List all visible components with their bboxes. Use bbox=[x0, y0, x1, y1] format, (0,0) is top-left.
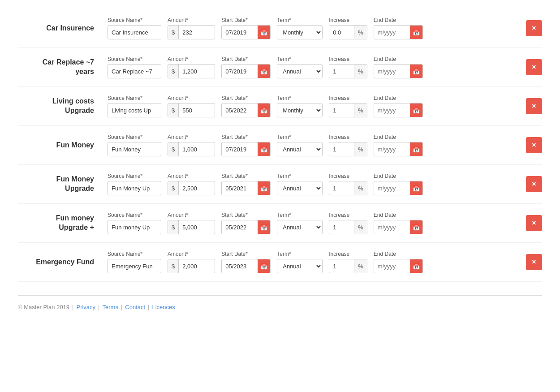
start-date-col-fun-money-upgrade: Start Date*📅 bbox=[221, 173, 271, 195]
end-date-cal-btn-emergency-fund[interactable]: 📅 bbox=[410, 259, 422, 273]
term-select-fun-money-upgrade[interactable]: MonthlyAnnualWeeklyFortnightlyQuarterlyS… bbox=[277, 181, 322, 195]
amount-input-emergency-fund[interactable] bbox=[179, 259, 215, 273]
increase-input-car-insurance[interactable] bbox=[329, 26, 354, 39]
source-name-input-emergency-fund[interactable] bbox=[108, 259, 161, 273]
source-name-input-fun-money-upgrade[interactable] bbox=[108, 181, 161, 195]
start-date-wrapper-car-replace: 📅 bbox=[221, 64, 271, 78]
delete-btn-fun-money-upgrade-plus[interactable]: × bbox=[526, 215, 542, 231]
fields-group-fun-money-upgrade-plus: Source Name*Amount*$Start Date*📅Term*Mon… bbox=[108, 212, 521, 234]
source-name-input-car-replace[interactable] bbox=[108, 64, 161, 78]
delete-btn-living-costs-upgrade[interactable]: × bbox=[526, 98, 542, 114]
term-select-car-replace[interactable]: MonthlyAnnualWeeklyFortnightlyQuarterlyS… bbox=[277, 65, 322, 78]
term-select-emergency-fund[interactable]: MonthlyAnnualWeeklyFortnightlyQuarterlyS… bbox=[277, 259, 322, 273]
start-date-input-fun-money-upgrade-plus[interactable] bbox=[222, 220, 258, 234]
term-label-car-insurance: Term* bbox=[277, 17, 323, 23]
source-name-input-fun-money-upgrade-plus[interactable] bbox=[108, 220, 161, 234]
start-date-input-emergency-fund[interactable] bbox=[222, 259, 258, 273]
start-date-cal-btn-emergency-fund[interactable]: 📅 bbox=[258, 259, 270, 273]
pct-sign-car-replace: % bbox=[354, 65, 367, 78]
footer-link-licences[interactable]: Licences bbox=[152, 304, 175, 310]
source-name-input-living-costs-upgrade[interactable] bbox=[108, 103, 161, 117]
start-date-cal-btn-living-costs-upgrade[interactable]: 📅 bbox=[258, 103, 270, 117]
start-date-label-fun-money: Start Date* bbox=[221, 134, 271, 140]
end-date-input-emergency-fund[interactable] bbox=[374, 259, 410, 273]
end-date-input-fun-money-upgrade-plus[interactable] bbox=[374, 220, 410, 234]
pct-sign-emergency-fund: % bbox=[354, 259, 367, 273]
row-fun-money-upgrade-plus: Fun money Upgrade +Source Name*Amount*$S… bbox=[18, 204, 542, 243]
amount-input-fun-money-upgrade[interactable] bbox=[179, 181, 215, 195]
start-date-col-living-costs-upgrade: Start Date*📅 bbox=[221, 95, 271, 117]
amount-wrapper-fun-money: $ bbox=[168, 142, 215, 156]
amount-wrapper-emergency-fund: $ bbox=[168, 259, 215, 273]
source-name-label-car-insurance: Source Name* bbox=[108, 17, 161, 23]
increase-input-living-costs-upgrade[interactable] bbox=[329, 103, 354, 117]
increase-label-car-replace: Increase bbox=[329, 56, 367, 62]
increase-col-fun-money-upgrade-plus: Increase% bbox=[329, 212, 367, 234]
footer-link-terms[interactable]: Terms bbox=[103, 304, 118, 310]
amount-input-car-insurance[interactable] bbox=[179, 26, 215, 39]
footer-separator: | bbox=[121, 304, 122, 310]
increase-input-fun-money-upgrade[interactable] bbox=[329, 181, 354, 195]
term-label-fun-money-upgrade-plus: Term* bbox=[277, 212, 323, 218]
increase-col-living-costs-upgrade: Increase% bbox=[329, 95, 367, 117]
start-date-cal-btn-fun-money[interactable]: 📅 bbox=[258, 142, 270, 156]
source-name-input-fun-money[interactable] bbox=[108, 142, 161, 156]
amount-input-car-replace[interactable] bbox=[179, 65, 215, 78]
amount-wrapper-living-costs-upgrade: $ bbox=[168, 103, 215, 117]
increase-col-car-insurance: Increase% bbox=[329, 17, 367, 39]
end-date-cal-btn-fun-money[interactable]: 📅 bbox=[410, 142, 422, 156]
delete-btn-car-insurance[interactable]: × bbox=[526, 20, 542, 36]
term-col-living-costs-upgrade: Term*MonthlyAnnualWeeklyFortnightlyQuart… bbox=[277, 95, 323, 117]
increase-wrapper-fun-money: % bbox=[329, 142, 367, 156]
delete-btn-fun-money[interactable]: × bbox=[526, 137, 542, 153]
start-date-input-fun-money-upgrade[interactable] bbox=[222, 181, 258, 195]
start-date-cal-btn-car-insurance[interactable]: 📅 bbox=[258, 26, 270, 39]
increase-input-fun-money-upgrade-plus[interactable] bbox=[329, 220, 354, 234]
term-select-living-costs-upgrade[interactable]: MonthlyAnnualWeeklyFortnightlyQuarterlyS… bbox=[277, 103, 322, 117]
increase-wrapper-fun-money-upgrade-plus: % bbox=[329, 220, 367, 234]
term-col-car-replace: Term*MonthlyAnnualWeeklyFortnightlyQuart… bbox=[277, 56, 323, 78]
amount-input-fun-money-upgrade-plus[interactable] bbox=[179, 220, 215, 234]
start-date-col-fun-money: Start Date*📅 bbox=[221, 134, 271, 156]
end-date-cal-btn-car-insurance[interactable]: 📅 bbox=[410, 26, 422, 39]
start-date-input-living-costs-upgrade[interactable] bbox=[222, 103, 258, 117]
end-date-cal-btn-car-replace[interactable]: 📅 bbox=[410, 65, 422, 78]
source-name-label-emergency-fund: Source Name* bbox=[108, 251, 161, 257]
end-date-col-emergency-fund: End Date📅 bbox=[374, 251, 423, 273]
source-name-label-fun-money: Source Name* bbox=[108, 134, 161, 140]
start-date-cal-btn-fun-money-upgrade-plus[interactable]: 📅 bbox=[258, 220, 270, 234]
increase-input-car-replace[interactable] bbox=[329, 65, 354, 78]
end-date-input-living-costs-upgrade[interactable] bbox=[374, 103, 410, 117]
start-date-input-fun-money[interactable] bbox=[222, 142, 258, 156]
delete-btn-fun-money-upgrade[interactable]: × bbox=[526, 176, 542, 192]
end-date-input-car-insurance[interactable] bbox=[374, 26, 410, 39]
delete-btn-car-replace[interactable]: × bbox=[526, 59, 542, 75]
footer-link-privacy[interactable]: Privacy bbox=[76, 304, 95, 310]
end-date-input-car-replace[interactable] bbox=[374, 65, 410, 78]
end-date-col-car-insurance: End Date📅 bbox=[374, 17, 423, 39]
row-label-fun-money-upgrade-plus: Fun money Upgrade + bbox=[18, 214, 108, 233]
increase-label-fun-money: Increase bbox=[329, 134, 367, 140]
end-date-cal-btn-living-costs-upgrade[interactable]: 📅 bbox=[410, 103, 422, 117]
start-date-input-car-insurance[interactable] bbox=[222, 26, 258, 39]
footer-separator: | bbox=[98, 304, 99, 310]
source-name-input-car-insurance[interactable] bbox=[108, 25, 161, 39]
term-select-fun-money[interactable]: MonthlyAnnualWeeklyFortnightlyQuarterlyS… bbox=[277, 142, 322, 156]
start-date-cal-btn-car-replace[interactable]: 📅 bbox=[258, 65, 270, 78]
increase-input-fun-money[interactable] bbox=[329, 142, 354, 156]
start-date-input-car-replace[interactable] bbox=[222, 65, 258, 78]
end-date-cal-btn-fun-money-upgrade-plus[interactable]: 📅 bbox=[410, 220, 422, 234]
term-select-fun-money-upgrade-plus[interactable]: MonthlyAnnualWeeklyFortnightlyQuarterlyS… bbox=[277, 220, 322, 234]
amount-input-living-costs-upgrade[interactable] bbox=[179, 103, 215, 117]
start-date-cal-btn-fun-money-upgrade[interactable]: 📅 bbox=[258, 181, 270, 195]
amount-input-fun-money[interactable] bbox=[179, 142, 215, 156]
amount-wrapper-fun-money-upgrade: $ bbox=[168, 181, 215, 195]
footer-link-contact[interactable]: Contact bbox=[125, 304, 145, 310]
end-date-cal-btn-fun-money-upgrade[interactable]: 📅 bbox=[410, 181, 422, 195]
end-date-input-fun-money-upgrade[interactable] bbox=[374, 181, 410, 195]
delete-btn-emergency-fund[interactable]: × bbox=[526, 254, 542, 270]
end-date-input-fun-money[interactable] bbox=[374, 142, 410, 156]
dollar-sign-fun-money-upgrade: $ bbox=[168, 181, 179, 195]
increase-input-emergency-fund[interactable] bbox=[329, 259, 354, 273]
term-select-car-insurance[interactable]: MonthlyAnnualWeeklyFortnightlyQuarterlyS… bbox=[277, 26, 322, 39]
